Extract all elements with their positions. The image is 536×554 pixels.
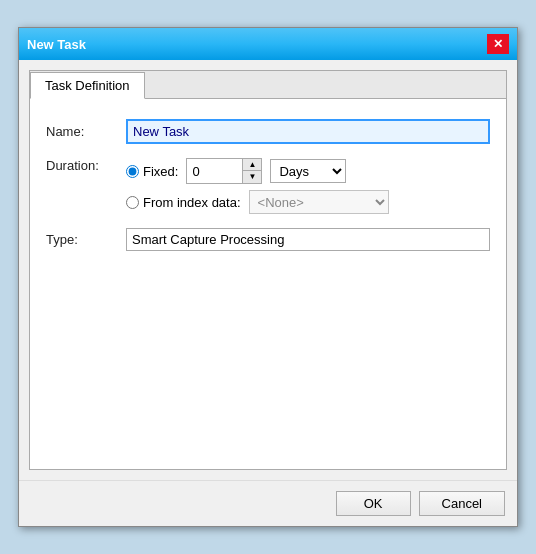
close-button[interactable]: ✕ bbox=[487, 34, 509, 54]
type-row: Type: bbox=[46, 228, 490, 251]
type-controls bbox=[126, 228, 490, 251]
duration-controls: Fixed: ▲ ▼ Days Hours bbox=[126, 158, 490, 214]
ok-button[interactable]: OK bbox=[336, 491, 411, 516]
spinner-down-button[interactable]: ▼ bbox=[243, 171, 261, 183]
tabs: Task Definition bbox=[30, 71, 506, 99]
window-body: Task Definition Name: Duration: bbox=[19, 60, 517, 480]
from-index-radio-label[interactable]: From index data: bbox=[126, 195, 241, 210]
fixed-radio[interactable] bbox=[126, 165, 139, 178]
tab-task-definition[interactable]: Task Definition bbox=[30, 72, 145, 99]
index-row: From index data: <None> bbox=[126, 190, 490, 214]
spinner-up-button[interactable]: ▲ bbox=[243, 159, 261, 171]
tab-content: Name: Duration: Fixed: bbox=[30, 99, 506, 469]
dialog-footer: OK Cancel bbox=[19, 480, 517, 526]
spinner-buttons: ▲ ▼ bbox=[242, 159, 261, 183]
name-row: Name: bbox=[46, 119, 490, 144]
name-controls bbox=[126, 119, 490, 144]
name-input[interactable] bbox=[126, 119, 490, 144]
days-select[interactable]: Days Hours Minutes bbox=[270, 159, 346, 183]
window-title: New Task bbox=[27, 37, 86, 52]
title-bar: New Task ✕ bbox=[19, 28, 517, 60]
duration-input[interactable] bbox=[187, 159, 242, 183]
type-input[interactable] bbox=[126, 228, 490, 251]
from-index-radio[interactable] bbox=[126, 196, 139, 209]
type-label: Type: bbox=[46, 232, 126, 247]
tab-container: Task Definition Name: Duration: bbox=[29, 70, 507, 470]
fixed-duration-row: Fixed: ▲ ▼ Days Hours bbox=[126, 158, 490, 184]
fixed-radio-label[interactable]: Fixed: bbox=[126, 164, 178, 179]
new-task-dialog: New Task ✕ Task Definition Name: bbox=[18, 27, 518, 527]
duration-number-wrapper: ▲ ▼ bbox=[186, 158, 262, 184]
name-label: Name: bbox=[46, 124, 126, 139]
duration-label: Duration: bbox=[46, 158, 126, 173]
cancel-button[interactable]: Cancel bbox=[419, 491, 505, 516]
duration-row: Duration: Fixed: ▲ ▼ bbox=[46, 158, 490, 214]
index-select[interactable]: <None> bbox=[249, 190, 389, 214]
